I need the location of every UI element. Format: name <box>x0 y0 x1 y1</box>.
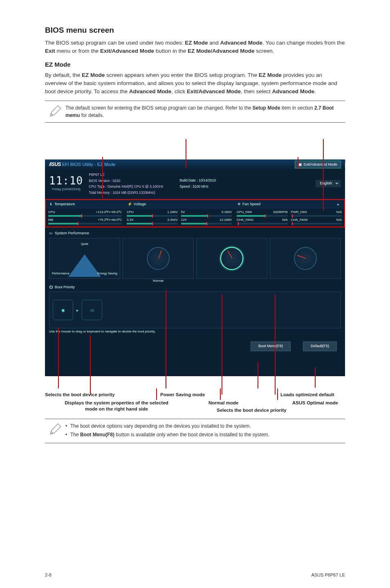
fan-cha2-label: CHA_FAN2 <box>291 218 308 222</box>
perf-normal-label: Normal <box>153 278 164 283</box>
v-33-value: 3.344V <box>167 218 177 222</box>
intro-text: The BIOS setup program can be used under… <box>45 39 345 56</box>
callout-optimal: ASUS Optimal mode <box>292 400 338 406</box>
temperature-header: Temperature <box>54 202 75 207</box>
v-cpu-label: CPU <box>127 210 134 215</box>
perf-energy-label: Energy Saving <box>97 271 117 276</box>
boot-priority-header: Boot Priority <box>55 285 75 290</box>
boot-device-2[interactable]: ▭ <box>82 300 102 320</box>
page-title: BIOS menu screen <box>45 25 345 36</box>
fan-cha1-label: CHA_FAN1 <box>237 218 253 222</box>
temp-cpu-value: +113.0ºF/+45.0ºC <box>96 210 122 215</box>
clock-date: Friday [10/08/2010] <box>49 187 83 192</box>
voltage-header: Voltage <box>134 202 146 207</box>
system-performance-header: System Performance <box>55 231 89 236</box>
boot-hint: Use the mouse to drag or keyboard to nav… <box>49 329 341 334</box>
v-5-value: 5.160V <box>222 210 232 215</box>
callout-divider <box>156 388 157 400</box>
callout-line <box>166 290 166 388</box>
cpu-type: CPU Type : Genuine Intel(R) CPU 0 @ 3.10… <box>89 184 163 189</box>
callout-boot-priority: Selects the boot device priority <box>45 392 115 397</box>
bios-version: BIOS Version : 0220 <box>89 178 163 184</box>
fan-cpu-value: 3325RPM <box>273 210 288 215</box>
thermometer-icon: 🌡 <box>49 202 53 207</box>
total-memory: Total Memory : 1024 MB (DDR3 1333MHz) <box>89 190 163 195</box>
callout-line <box>102 157 103 198</box>
page-footer: 2-8 ASUS P8P67 LE <box>45 572 345 579</box>
fan-header: Fan Speed <box>242 202 260 207</box>
fan-pwr-label: PWR_FAN <box>291 210 307 215</box>
perf-quiet-label: Quiet <box>81 242 88 246</box>
ez-mode-body: By default, the EZ Mode screen appears w… <box>45 71 345 96</box>
temp-mb-label: MB <box>48 218 53 222</box>
callout-divider <box>277 388 278 400</box>
bios-screenshot: /ISUS EFI BIOS Utility - EZ Mode ▣Exit/A… <box>45 159 345 376</box>
performance-mode-power-saving[interactable] <box>270 238 341 279</box>
callout-divider <box>220 388 221 400</box>
note-2b: The Boot Menu(F8) button is available on… <box>65 431 345 438</box>
fan-icon: ✲ <box>238 202 241 207</box>
v-5-label: 5V <box>181 210 185 215</box>
callout-power-saving: Power Saving mode <box>160 392 205 397</box>
exit-advanced-mode-button[interactable]: ▣Exit/Advanced Mode <box>295 161 341 169</box>
v-12-label: 12V <box>181 218 187 222</box>
asus-logo: /ISUS <box>49 162 61 167</box>
perf-performance-label: Performance <box>52 271 69 276</box>
callout-system-properties: Displays the system properties of the se… <box>59 400 174 412</box>
performance-icon: ▭ <box>49 231 53 236</box>
page-number: 2-8 <box>45 572 52 579</box>
footer-model: ASUS P8P67 LE <box>311 572 345 579</box>
callout-line <box>186 139 186 140</box>
boot-next-icon: ▸ <box>76 307 78 313</box>
cpu-speed: Speed : 3100 MHz <box>180 184 216 190</box>
pen-icon <box>45 422 65 436</box>
clock: 11:10 <box>49 175 83 186</box>
performance-mode-normal[interactable]: Normal <box>123 238 194 279</box>
fan-expand-button[interactable]: + <box>335 202 341 207</box>
performance-mode-quiet[interactable]: Quiet Performance Energy Saving <box>49 238 120 279</box>
power-icon: ⏻ <box>49 285 53 290</box>
callout-line <box>298 157 298 169</box>
boot-priority-area[interactable]: ◉ ▸ ▭ <box>49 292 341 328</box>
default-button[interactable]: Default(F5) <box>303 341 337 351</box>
v-33-label: 3.3V <box>127 218 133 222</box>
fan-cha1-value: N/A <box>282 218 287 222</box>
temp-cpu-label: CPU <box>48 210 55 215</box>
callout-default: Loads optimized default <box>280 392 334 397</box>
pen-icon <box>45 104 65 118</box>
callout-line <box>323 139 324 211</box>
board-name: P8P67 LE <box>89 172 163 177</box>
note-box-1: The default screen for entering the BIOS… <box>45 101 345 123</box>
callout-normal-mode: Normal mode <box>208 400 239 406</box>
note-box-2: The boot device options vary depending o… <box>45 419 345 443</box>
note-1-text: The default screen for entering the BIOS… <box>65 104 345 119</box>
v-cpu-value: 1.248V <box>167 210 177 215</box>
bolt-icon: ⚡ <box>128 202 132 207</box>
v-12-value: 12.248V <box>220 218 232 222</box>
bios-utility-title: EFI BIOS Utility - EZ Mode <box>62 162 116 167</box>
boot-menu-button[interactable]: Boot Menu(F8) <box>251 341 291 351</box>
callout-boot-priority-2: Selects the boot device priority <box>217 407 287 413</box>
callout-line <box>186 139 186 168</box>
build-date: Build Date : 10/14/2010 <box>180 177 216 184</box>
note-2a: The boot device options vary depending o… <box>65 422 345 430</box>
monitor-frame: 🌡Temperature CPU+113.0ºF/+45.0ºC MB+75.2… <box>45 199 345 227</box>
ez-mode-heading: EZ Mode <box>45 60 345 70</box>
exit-icon: ▣ <box>298 162 302 168</box>
fan-cha2-value: N/A <box>336 218 342 222</box>
fan-cpu-label: CPU_FAN <box>237 210 252 215</box>
language-dropdown[interactable]: English <box>316 180 341 187</box>
fan-pwr-value: N/A <box>336 210 342 215</box>
performance-mode-optimal[interactable] <box>196 238 267 279</box>
chevron-down-icon <box>335 183 338 184</box>
temp-mb-value: +75.2ºF/+40.0ºC <box>98 218 122 222</box>
boot-device-1[interactable]: ◉ <box>53 300 73 320</box>
